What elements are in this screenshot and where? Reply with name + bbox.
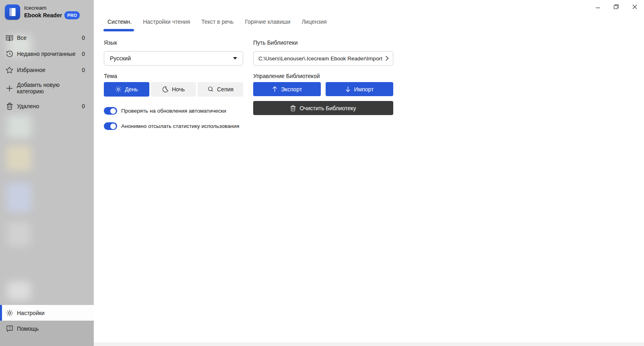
history-icon: [6, 50, 13, 58]
arrow-down-icon: [345, 86, 351, 92]
sidebar-help-zone: ? Помощь: [0, 321, 94, 346]
sidebar-bottom: Настройки ? Помощь: [0, 305, 94, 346]
chevron-right-icon: [385, 56, 389, 61]
library-path-label: Путь Библиотеки: [253, 39, 393, 47]
app-name-line1: Icecream: [24, 5, 80, 11]
sidebar-item-favorites[interactable]: Избранное 0: [0, 62, 94, 78]
star-icon: [6, 66, 13, 74]
sidebar-item-label: Помощь: [17, 325, 39, 332]
sidebar-item-count: 0: [82, 51, 85, 57]
sidebar-cover-blur: [7, 222, 31, 246]
export-label: Экспорт: [281, 86, 302, 93]
theme-day-button[interactable]: День: [104, 82, 149, 97]
sidebar: Icecream Ebook Reader PRO Все 0: [0, 0, 94, 346]
sidebar-item-count: 0: [82, 103, 85, 109]
library-path-field[interactable]: C:\Users\Lenouser\.Icecream Ebook Reader…: [253, 51, 393, 66]
sidebar-item-label: Все: [17, 35, 27, 41]
sidebar-item-count: 0: [82, 67, 85, 73]
svg-text:?: ?: [8, 326, 10, 330]
app-logo-icon: [5, 4, 20, 20]
sidebar-item-help[interactable]: ? Помощь: [0, 321, 94, 337]
arrow-up-icon: [272, 86, 277, 92]
language-select[interactable]: Русский: [104, 51, 243, 66]
anonymous-stats-toggle-row[interactable]: Анонимно отсылать статистику использован…: [104, 122, 243, 130]
import-label: Импорт: [354, 86, 374, 93]
close-button[interactable]: [625, 0, 644, 13]
main-content: Системн. Настройки чтения Текст в речь Г…: [94, 0, 644, 346]
bottom-strip: [94, 342, 644, 346]
sidebar-item-label: Недавно прочитанные: [17, 51, 76, 57]
tab-hotkeys[interactable]: Горячие клавиши: [245, 19, 290, 31]
export-button[interactable]: Экспорт: [253, 82, 321, 96]
sidebar-cover-blur: [7, 115, 31, 138]
sidebar-item-recent[interactable]: Недавно прочитанные 0: [0, 46, 94, 62]
app-name-line2: Ebook Reader: [24, 12, 62, 19]
theme-sepia-button[interactable]: Сепия: [198, 82, 243, 97]
maximize-button[interactable]: [607, 0, 625, 13]
auto-update-toggle-row[interactable]: Проверять на обновления автоматически: [104, 107, 243, 115]
settings-tabs: Системн. Настройки чтения Текст в речь Г…: [107, 19, 327, 31]
sidebar-item-add-category[interactable]: Добавить новую категорию: [0, 80, 94, 96]
theme-night-button[interactable]: Ночь: [151, 82, 196, 97]
system-settings-right: Путь Библиотеки C:\Users\Lenouser\.Icecr…: [253, 39, 393, 115]
language-value: Русский: [110, 55, 131, 62]
sun-icon: [115, 86, 122, 93]
sidebar-item-label: Добавить новую категорию: [17, 82, 85, 95]
sidebar-cover-blur: [6, 146, 31, 171]
sidebar-item-count: 0: [82, 35, 85, 41]
language-label: Язык: [104, 39, 243, 47]
app-logo: Icecream Ebook Reader PRO: [0, 0, 94, 24]
app-window: Icecream Ebook Reader PRO Все 0: [0, 0, 644, 346]
tab-reading-settings[interactable]: Настройки чтения: [143, 19, 190, 31]
sidebar-cover-blur: [6, 183, 31, 212]
sidebar-item-deleted[interactable]: Удалено 0: [0, 98, 94, 114]
theme-switcher: День Ночь: [104, 82, 243, 97]
theme-day-label: День: [125, 86, 138, 93]
sidebar-nav: Все 0 Недавно прочитанные 0: [0, 30, 94, 114]
auto-update-label: Проверять на обновления автоматически: [121, 108, 226, 114]
help-icon: ?: [6, 325, 13, 333]
chevron-down-icon: [233, 57, 237, 60]
sidebar-item-settings[interactable]: Настройки: [0, 305, 94, 321]
moon-icon: [162, 86, 169, 93]
clear-library-label: Очистить Библиотеку: [299, 105, 356, 111]
library-management-buttons: Экспорт Импорт: [253, 82, 393, 96]
system-settings-left: Язык Русский Тема День: [104, 39, 243, 130]
theme-night-label: Ночь: [172, 86, 185, 93]
minimize-button[interactable]: [588, 0, 607, 13]
gear-icon: [6, 309, 13, 317]
tab-system[interactable]: Системн.: [107, 19, 132, 31]
open-book-icon: [6, 34, 13, 42]
sidebar-item-label: Избранное: [17, 67, 45, 73]
library-management-label: Управление Библиотекой: [253, 73, 393, 80]
window-controls: [588, 0, 644, 13]
plus-icon: [6, 84, 13, 92]
anonymous-stats-label: Анонимно отсылать статистику использован…: [121, 123, 239, 129]
import-button[interactable]: Импорт: [326, 82, 393, 96]
theme-sepia-label: Сепия: [217, 86, 233, 93]
sidebar-item-label: Удалено: [17, 103, 39, 109]
clear-library-button[interactable]: Очистить Библиотеку: [253, 101, 393, 115]
tab-license[interactable]: Лицензия: [301, 19, 326, 31]
tab-text-to-speech[interactable]: Текст в речь: [201, 19, 233, 31]
sepia-icon: [207, 86, 214, 93]
toggle-on-icon[interactable]: [104, 107, 117, 115]
sidebar-item-all[interactable]: Все 0: [0, 30, 94, 46]
library-path-value: C:\Users\Lenouser\.Icecream Ebook Reader…: [258, 56, 382, 62]
theme-label: Тема: [104, 73, 243, 80]
sidebar-item-label: Настройки: [17, 310, 45, 316]
sidebar-cover-blur: [7, 282, 31, 300]
toggle-on-icon[interactable]: [104, 122, 117, 130]
trash-icon: [6, 103, 13, 110]
trash-icon: [290, 105, 296, 111]
pro-badge: PRO: [64, 11, 80, 19]
